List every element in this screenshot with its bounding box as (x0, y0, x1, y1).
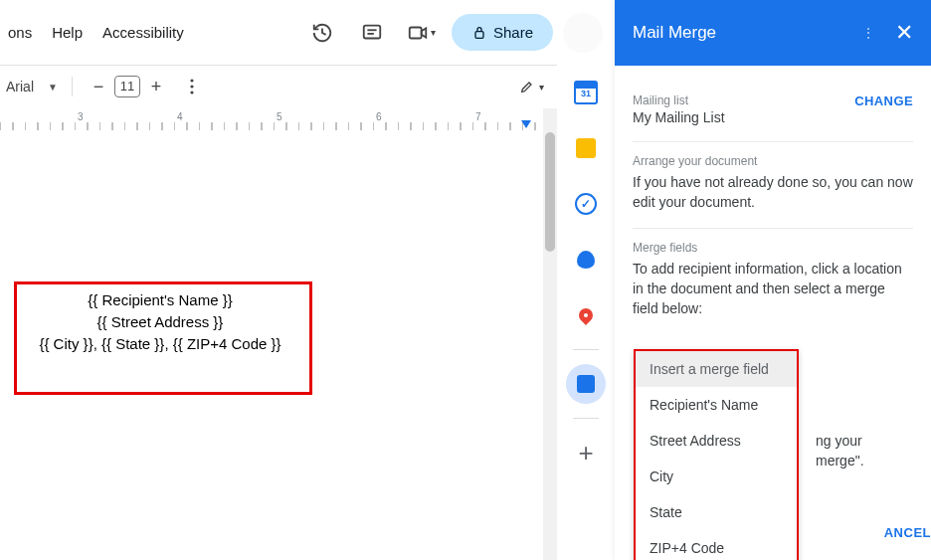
merge-option-zip[interactable]: ZIP+4 Code (636, 530, 797, 560)
merge-dropdown-header: Insert a merge field (636, 351, 797, 387)
divider (573, 349, 599, 350)
font-name: Arial (6, 79, 34, 94)
font-increase-button[interactable]: + (144, 75, 168, 98)
side-panel: ✓ + (557, 65, 615, 560)
editing-mode-button[interactable]: ▾ (509, 72, 554, 101)
close-icon[interactable]: ✕ (895, 20, 913, 46)
svg-point-7 (190, 85, 193, 88)
doc-line: {{ Street Address }} (16, 311, 304, 333)
document-text[interactable]: {{ Recipient's Name }} {{ Street Address… (16, 289, 304, 355)
merge-option-city[interactable]: City (636, 459, 797, 494)
document-canvas[interactable]: {{ Recipient's Name }} {{ Street Address… (0, 130, 543, 560)
keep-icon[interactable] (557, 120, 615, 176)
font-selector[interactable]: Arial ▼ (6, 79, 58, 94)
svg-rect-3 (410, 27, 422, 38)
mailmerge-title: Mail Merge (633, 23, 716, 43)
maps-icon[interactable] (557, 287, 615, 343)
ruler-mark: 7 (475, 111, 481, 122)
chevron-down-icon: ▼ (48, 82, 58, 93)
menu-addons[interactable]: ons (2, 20, 38, 45)
merge-option-street[interactable]: Street Address (636, 423, 797, 459)
svg-point-6 (190, 79, 193, 82)
menu-help[interactable]: Help (46, 20, 89, 45)
mailmerge-header: Mail Merge ⋮ ✕ (615, 0, 931, 66)
panel-menu-button[interactable]: ⋮ (861, 25, 877, 41)
mailmerge-addon-icon[interactable] (557, 356, 615, 412)
ruler-mark: 3 (78, 111, 84, 122)
mailing-list-value: My Mailing List (633, 109, 725, 125)
merge-fields-text: To add recipient information, click a lo… (633, 259, 913, 318)
arrange-label: Arrange your document (633, 154, 913, 168)
vertical-scrollbar[interactable] (543, 108, 557, 560)
svg-marker-4 (422, 28, 427, 37)
arrange-text: If you have not already done so, you can… (633, 172, 913, 212)
format-toolbar: Arial ▼ − 11 + ▾ (0, 65, 617, 108)
merge-option-recipient[interactable]: Recipient's Name (636, 387, 797, 423)
share-label: Share (493, 24, 533, 41)
font-size-input[interactable]: 11 (114, 76, 140, 97)
change-mailing-list-button[interactable]: CHANGE (854, 93, 913, 108)
tasks-icon[interactable]: ✓ (557, 176, 615, 232)
menu-bar: ons Help Accessibility ▾ Share (0, 0, 617, 66)
more-options-button[interactable] (180, 75, 204, 98)
ruler-mark: 4 (177, 111, 183, 122)
divider (573, 418, 599, 419)
scroll-thumb[interactable] (545, 132, 555, 252)
cancel-button[interactable]: ANCEL (884, 525, 931, 540)
doc-line: {{ City }}, {{ State }}, {{ ZIP+4 Code }… (16, 333, 304, 355)
comments-icon[interactable] (352, 13, 392, 53)
contacts-icon[interactable] (557, 232, 615, 287)
merge-field-dropdown[interactable]: Insert a merge field Recipient's Name St… (634, 349, 799, 560)
panel-truncated-text: ng your merge". (816, 431, 925, 470)
mailing-list-section: Mailing list My Mailing List CHANGE (633, 82, 913, 142)
doc-line: {{ Recipient's Name }} (16, 289, 304, 311)
svg-rect-0 (364, 25, 381, 38)
right-indent-marker[interactable] (521, 120, 531, 128)
merge-fields-label: Merge fields (633, 241, 913, 255)
font-decrease-button[interactable]: − (87, 75, 110, 98)
share-button[interactable]: Share (452, 14, 553, 51)
ruler-mark: 5 (277, 111, 282, 122)
calendar-icon[interactable] (557, 65, 615, 120)
ruler[interactable]: 3 4 5 6 7 (0, 108, 543, 131)
merge-fields-section: Merge fields To add recipient informatio… (633, 229, 913, 334)
merge-option-state[interactable]: State (636, 494, 797, 530)
svg-rect-5 (475, 31, 483, 38)
menu-accessibility[interactable]: Accessibility (96, 20, 190, 45)
arrange-section: Arrange your document If you have not al… (633, 142, 913, 229)
meet-button[interactable]: ▾ (402, 13, 442, 53)
account-avatar[interactable] (563, 13, 603, 53)
svg-point-8 (190, 91, 193, 93)
history-icon[interactable] (302, 13, 342, 53)
add-addon-button[interactable]: + (557, 425, 615, 480)
mailing-list-label: Mailing list (633, 93, 725, 107)
ruler-mark: 6 (376, 111, 382, 122)
